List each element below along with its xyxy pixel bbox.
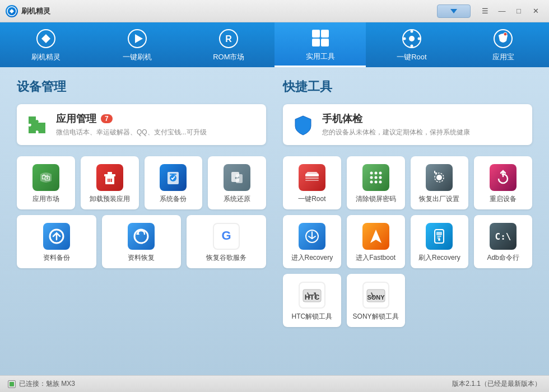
grid-flashrecovery[interactable]: 刷入Recovery [411,215,469,268]
flashrecovery-label: 刷入Recovery [418,253,460,263]
puzzle-icon [26,114,48,136]
nav-yingyongbao-icon [492,27,514,50]
left-grid-2: 资料备份 资料恢复 G [17,215,266,268]
svg-point-14 [403,38,406,40]
left-panel: 设备管理 应用管理 7 微信电话本、幸运破解器、QQ、支付宝钱...可升级 [17,78,266,364]
grid-sysbak[interactable]: 系统备份 [145,156,203,209]
svg-point-44 [379,176,381,179]
empty-slot-1 [411,274,469,327]
maximize-button[interactable]: □ [511,5,527,17]
appmarket-icon: 🛍 [32,164,59,191]
minimize-button[interactable]: — [494,5,510,17]
grid-adbcmd[interactable]: C:\ Adb命令行 [474,215,532,268]
appmarket-label: 应用市场 [32,194,59,204]
left-section-title: 设备管理 [17,78,266,95]
shield-icon [292,114,314,136]
factoryreset-icon [426,164,453,191]
right-grid-1: 一键Root 清除锁屏密码 [283,156,532,209]
svg-text:R: R [226,34,232,44]
htctool-label: HTC解锁工具 [292,312,333,321]
grid-clearlock[interactable]: 清除锁屏密码 [347,156,405,209]
svg-point-36 [134,230,148,243]
grid-sysrestore[interactable]: ↩ 系统还原 [208,156,266,209]
app-logo: 刷机精灵 [6,5,50,17]
logo-icon [6,5,18,17]
grid-sonytool[interactable]: SONY SONY解锁工具 [347,274,405,327]
grid-htctool[interactable]: HTC HTC解锁工具 [283,274,341,327]
svg-point-51 [436,175,442,180]
svg-point-13 [410,45,413,48]
hamburger-button[interactable]: ☰ [477,5,493,17]
sonytool-label: SONY解锁工具 [353,312,399,321]
svg-point-58 [438,239,440,241]
svg-text:SONY: SONY [367,294,385,301]
restartdevice-icon [490,164,517,191]
right-grid-2: 进入Recovery 进入Fastboot [283,215,532,268]
svg-rect-8 [312,39,320,46]
googlesvc-icon: G [213,223,240,250]
sysbak-label: 系统备份 [160,194,187,204]
app-management-banner[interactable]: 应用管理 7 微信电话本、幸运破解器、QQ、支付宝钱...可升级 [17,104,266,145]
download-button[interactable] [437,4,471,18]
clearlock-label: 清除锁屏密码 [356,194,396,204]
nav-yingyongbao-label: 应用宝 [492,52,514,62]
status-left: 已连接：魅族 MX3 [8,379,75,389]
grid-googlesvc[interactable]: G 恢复谷歌服务 [187,215,266,268]
nav-yijianroot[interactable]: 一键Root [366,22,457,67]
grid-enterfastboot[interactable]: 进入Fastboot [347,215,405,268]
svg-text:C:\: C:\ [495,231,511,242]
app-mgmt-subtitle: 微信电话本、幸运破解器、QQ、支付宝钱...可升级 [56,128,257,137]
grid-datarestore[interactable]: 资料恢复 [102,215,182,268]
window-controls: ☰ — □ ✕ [437,4,543,18]
nav-shuajijiling[interactable]: 刷机精灵 [0,22,91,67]
nav-shiyonggongju[interactable]: 实用工具 [274,22,366,67]
app-mgmt-title-row: 应用管理 7 [56,112,257,125]
grid-restartdevice[interactable]: 重启设备 [474,156,532,209]
datarestore-icon [128,223,155,250]
svg-rect-6 [312,30,320,38]
svg-rect-57 [436,232,442,235]
svg-text:🛍: 🛍 [41,172,50,182]
grid-databak[interactable]: 资料备份 [17,215,96,268]
nav-romshichang[interactable]: R ROM市场 [183,22,274,67]
grid-enterrecovery[interactable]: 进入Recovery [283,215,341,268]
svg-point-50 [379,172,381,175]
phone-check-banner[interactable]: 手机体检 您的设备从未体检，建议定期体检，保持系统健康 [283,104,532,145]
phone-check-title: 手机体检 [322,112,470,125]
googlesvc-label: 恢复谷歌服务 [206,253,246,263]
grid-uninstall[interactable]: 卸载预装应用 [81,156,139,209]
close-button[interactable]: ✕ [528,5,543,17]
sysbak-icon [160,164,187,191]
restartdevice-label: 重启设备 [490,194,517,204]
nav-yingyongbao[interactable]: 应用宝 [458,22,549,67]
adbcmd-icon: C:\ [490,223,517,250]
grid-factoryreset[interactable]: 恢复出厂设置 [411,156,469,209]
nav-romshichang-label: ROM市场 [213,52,244,62]
sonytool-icon: SONY [362,282,389,309]
nav-shuajijiling-label: 刷机精灵 [31,52,61,62]
svg-marker-55 [370,230,381,243]
version-text: 版本2.1.1（已经是最新版本） [452,379,541,389]
empty-slot-2 [474,274,532,327]
sysrestore-label: 系统还原 [224,194,250,204]
connection-indicator [8,380,16,388]
grid-oneroot[interactable]: 一键Root [283,156,341,209]
svg-rect-40 [305,178,319,179]
grid-appmarket[interactable]: 🛍 应用市场 [17,156,75,209]
svg-point-47 [379,181,381,184]
nav-yijianshuaji-label: 一键刷机 [123,52,152,62]
databak-icon [43,223,70,250]
svg-point-17 [504,32,507,36]
nav-romshichang-icon: R [217,27,240,50]
right-section-title: 快捷工具 [283,78,532,95]
status-dot [10,382,14,386]
nav-shuajijiling-icon [35,27,57,50]
nav-yijianshuaji[interactable]: 一键刷机 [91,22,183,67]
phone-check-info: 手机体检 您的设备从未体检，建议定期体检，保持系统健康 [322,112,470,137]
left-grid-1: 🛍 应用市场 卸载预装 [17,156,266,209]
clearlock-icon [362,164,389,191]
oneroot-label: 一键Root [298,194,325,204]
svg-point-42 [370,176,373,179]
right-panel: 快捷工具 手机体检 您的设备从未体检，建议定期体检，保持系统健康 [283,78,532,364]
uninstall-icon [96,164,123,191]
